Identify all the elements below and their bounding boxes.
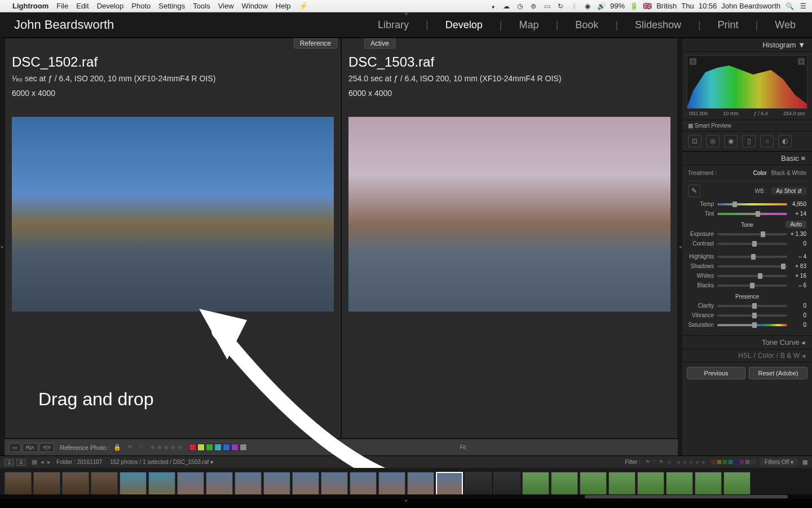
- lang-label[interactable]: British: [656, 2, 677, 10]
- thumbnail[interactable]: [235, 472, 262, 496]
- treatment-bw[interactable]: Black & White: [771, 170, 806, 176]
- contrast-value[interactable]: 0: [787, 240, 806, 247]
- thumbnail[interactable]: [148, 472, 175, 496]
- selected-file[interactable]: DSC_1503.raf: [173, 459, 209, 465]
- tint-value[interactable]: + 14: [787, 211, 806, 217]
- redeye-tool-icon[interactable]: ◉: [724, 135, 738, 147]
- rating-stars[interactable]: ★★★★★: [149, 443, 183, 452]
- thumbnail[interactable]: [723, 472, 751, 496]
- menu-help[interactable]: Help: [276, 2, 291, 10]
- thumbnail[interactable]: [206, 472, 233, 496]
- bluetooth-icon[interactable]: ᛒ: [570, 2, 579, 10]
- identity-plate[interactable]: John Beardsworth: [14, 17, 114, 32]
- whites-slider[interactable]: [717, 275, 787, 277]
- thumbnail[interactable]: [91, 472, 118, 496]
- monitor-1-button[interactable]: 1: [5, 459, 14, 466]
- lock-icon[interactable]: 🔒: [113, 444, 121, 451]
- blacks-value[interactable]: – 6: [787, 282, 806, 288]
- filter-flag-icons[interactable]: ⚑ ⚐ ⚑: [645, 459, 664, 465]
- wb-eyedropper-icon[interactable]: ✎: [688, 185, 700, 197]
- thumbnail-selected[interactable]: [436, 472, 463, 496]
- color-labels[interactable]: [189, 444, 247, 451]
- treatment-color[interactable]: Color: [753, 170, 767, 176]
- filters-off-select[interactable]: Filters Off ▾: [760, 458, 798, 466]
- grid-icon[interactable]: ▦: [32, 458, 37, 466]
- blacks-slider[interactable]: [717, 284, 787, 287]
- volume-icon[interactable]: 🔊: [597, 2, 606, 10]
- exposure-value[interactable]: + 1.30: [787, 231, 806, 237]
- dropbox-icon[interactable]: ⬧: [488, 2, 497, 10]
- clarity-slider[interactable]: [717, 305, 787, 307]
- spot-tool-icon[interactable]: ◎: [706, 135, 720, 147]
- radial-tool-icon[interactable]: ○: [760, 135, 774, 147]
- display-icon[interactable]: ▭: [542, 2, 551, 10]
- before-after-button[interactable]: Y|Y: [39, 443, 54, 452]
- shadow-clip-icon[interactable]: ▲: [690, 58, 696, 65]
- menu-edit[interactable]: Edit: [76, 2, 89, 10]
- menu-develop[interactable]: Develop: [97, 2, 124, 10]
- lightning-icon[interactable]: ⚡: [299, 2, 308, 10]
- exposure-slider[interactable]: [717, 233, 787, 235]
- whites-value[interactable]: + 16: [787, 273, 806, 279]
- flag-reject-icon[interactable]: ⚐: [138, 444, 144, 451]
- clarity-value[interactable]: 0: [787, 303, 806, 309]
- timemachine-icon[interactable]: ↻: [556, 2, 565, 10]
- cc-icon[interactable]: ⊚: [529, 2, 538, 10]
- thumbnail[interactable]: [120, 472, 147, 496]
- reference-view-button[interactable]: R|A: [23, 443, 38, 452]
- notification-icon[interactable]: ☰: [798, 2, 807, 10]
- contrast-slider[interactable]: [717, 243, 787, 245]
- thumbnail[interactable]: [321, 472, 348, 496]
- auto-tone-button[interactable]: Auto: [785, 221, 806, 228]
- shadows-value[interactable]: + 83: [787, 263, 806, 269]
- thumbnail[interactable]: [407, 472, 434, 496]
- filter-colors[interactable]: [711, 459, 756, 465]
- thumbnail[interactable]: [493, 472, 520, 496]
- thumbnail[interactable]: [33, 472, 60, 496]
- crop-tool-icon[interactable]: ⊡: [688, 135, 701, 147]
- thumbnail[interactable]: [5, 472, 32, 496]
- tint-slider[interactable]: [717, 213, 787, 215]
- histogram-graph[interactable]: ▲ ▲: [687, 55, 807, 109]
- module-map[interactable]: Map: [517, 19, 541, 31]
- basic-header[interactable]: Basic ≡: [682, 151, 812, 165]
- thumbnail[interactable]: [695, 472, 722, 496]
- wb-preset-select[interactable]: As Shot ⇵: [771, 187, 806, 195]
- reference-image[interactable]: [12, 117, 334, 312]
- clock-icon[interactable]: ◷: [515, 2, 524, 10]
- menu-settings[interactable]: Settings: [158, 2, 185, 10]
- zoom-fit-label[interactable]: Fit: [460, 444, 466, 450]
- nav-back-icon[interactable]: ◂: [41, 458, 44, 466]
- highlights-value[interactable]: – 4: [787, 253, 806, 260]
- saturation-value[interactable]: 0: [787, 322, 806, 328]
- lang-flag-icon[interactable]: 🇬🇧: [643, 2, 652, 10]
- clock-time[interactable]: 10:56: [699, 2, 717, 10]
- filmstrip[interactable]: [0, 468, 812, 499]
- thumbnail[interactable]: [378, 472, 405, 496]
- thumbnail[interactable]: [551, 472, 578, 496]
- menu-file[interactable]: File: [56, 2, 68, 10]
- bottom-panel-grip[interactable]: ▾: [0, 499, 812, 503]
- left-panel-grip[interactable]: ▸: [0, 38, 5, 456]
- gradient-tool-icon[interactable]: ▯: [742, 135, 756, 147]
- wifi-icon[interactable]: ◉: [583, 2, 592, 10]
- cloud-icon[interactable]: ☁: [502, 2, 511, 10]
- menu-app[interactable]: Lightroom: [12, 2, 48, 10]
- hsl-header[interactable]: HSL / Color / B & W ◂: [682, 349, 812, 362]
- module-print[interactable]: Print: [716, 19, 741, 31]
- vibrance-value[interactable]: 0: [787, 312, 806, 318]
- brush-tool-icon[interactable]: ◐: [778, 135, 792, 147]
- menu-tools[interactable]: Tools: [193, 2, 210, 10]
- loupe-view-button[interactable]: ▭: [9, 443, 21, 452]
- thumbnail[interactable]: [62, 472, 89, 496]
- thumbnail[interactable]: [177, 472, 204, 496]
- path-value[interactable]: 20161107: [77, 459, 103, 465]
- thumbnail[interactable]: [350, 472, 377, 496]
- thumbnail[interactable]: [292, 472, 319, 496]
- module-slideshow[interactable]: Slideshow: [633, 19, 683, 31]
- previous-button[interactable]: Previous: [687, 367, 745, 379]
- tone-curve-header[interactable]: Tone Curve ◂: [682, 335, 812, 349]
- saturation-slider[interactable]: [717, 324, 787, 326]
- filmstrip-scrollbar[interactable]: [0, 494, 812, 499]
- user-name[interactable]: John Beardsworth: [721, 2, 780, 10]
